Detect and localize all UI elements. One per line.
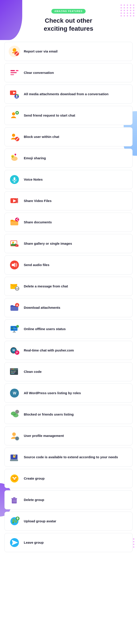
svg-rect-136 — [10, 478, 12, 479]
svg-point-142 — [14, 478, 15, 480]
svg-point-123 — [17, 438, 18, 439]
svg-point-141 — [15, 477, 16, 478]
svg-rect-99 — [11, 371, 13, 371]
page-title: Check out other exciting features — [13, 17, 124, 33]
svg-text:W: W — [12, 349, 15, 352]
feature-text-emoji: Emoji sharing — [24, 156, 46, 160]
svg-rect-43 — [17, 200, 18, 201]
svg-text:W: W — [13, 391, 16, 395]
friend-icon — [9, 110, 20, 121]
badge: AMAZING FEATURES — [52, 9, 86, 14]
block-icon — [9, 131, 20, 142]
report-icon — [9, 46, 20, 57]
svg-point-18 — [9, 110, 20, 121]
svg-rect-35 — [14, 177, 15, 180]
svg-point-24 — [12, 134, 15, 137]
voice-icon — [9, 174, 20, 185]
svg-point-98 — [14, 368, 15, 370]
feature-online-status: Online offline users status — [4, 320, 132, 338]
feature-text-documents: Share documents — [24, 220, 52, 224]
feature-text-block: Block user within chat — [24, 134, 59, 139]
wordpress-icon: W — [9, 387, 20, 399]
clear-icon — [9, 67, 20, 78]
feature-report-user: Report user via email — [4, 42, 132, 61]
code-icon — [9, 366, 20, 378]
svg-point-153 — [15, 520, 17, 523]
svg-rect-100 — [13, 371, 16, 371]
svg-point-86 — [16, 325, 19, 328]
online-icon — [9, 323, 20, 335]
avatar-icon — [9, 516, 20, 527]
feature-clear-conversation: Clear conversation — [4, 63, 132, 82]
feature-delete-group: Delete group — [4, 490, 132, 510]
svg-rect-22 — [17, 112, 18, 114]
emoji-icon — [9, 152, 20, 164]
svg-point-154 — [12, 522, 14, 524]
feature-text-source: Source code is available to extend accor… — [24, 455, 118, 459]
svg-text:P: P — [16, 351, 18, 354]
svg-point-31 — [12, 156, 12, 156]
svg-rect-84 — [14, 331, 15, 332]
svg-rect-81 — [14, 327, 14, 330]
feature-block-user: Block user within chat — [4, 127, 132, 146]
svg-point-96 — [11, 368, 12, 370]
features-list: Report user via email Clear conversation — [0, 40, 137, 561]
gallery-icon: + — [9, 238, 20, 249]
page-wrapper: AMAZING FEATURES Check out other excitin… — [0, 0, 137, 561]
document-icon — [9, 216, 20, 228]
feature-text-upload-avatar: Upload group avatar — [24, 519, 56, 524]
video-icon — [9, 195, 20, 207]
feature-blocked-friends: Blocked or friends users listing — [4, 405, 132, 424]
svg-rect-137 — [17, 478, 18, 479]
svg-rect-44 — [17, 202, 18, 203]
media-icon: 2 — [9, 88, 20, 100]
svg-rect-102 — [13, 372, 15, 372]
feature-media-download: 2 All media attachments download from a … — [4, 84, 132, 104]
feature-text-realtime: Real-time chat with pusher.com — [24, 348, 74, 352]
svg-rect-134 — [14, 474, 15, 476]
feature-create-group: Create group — [4, 469, 132, 488]
audio-icon — [9, 259, 20, 271]
svg-point-120 — [12, 432, 16, 436]
svg-point-23 — [9, 131, 20, 142]
svg-rect-9 — [10, 74, 14, 75]
svg-point-2 — [13, 48, 16, 52]
svg-rect-115 — [17, 410, 18, 411]
feature-text-online: Online offline users status — [24, 326, 66, 331]
svg-rect-135 — [14, 481, 15, 482]
source-icon — [9, 451, 20, 463]
feature-text-leave: Leave group — [24, 540, 44, 545]
header: AMAZING FEATURES Check out other excitin… — [0, 0, 137, 40]
svg-point-80 — [12, 328, 13, 329]
svg-rect-7 — [10, 70, 15, 71]
feature-text-delete-group: Delete group — [24, 498, 44, 502]
feature-text-clear: Clear conversation — [24, 70, 54, 75]
feature-emoji: Emoji sharing — [4, 148, 132, 168]
feature-text-wordpress: All WordPress users listing by roles — [24, 391, 81, 395]
feature-documents: Share documents — [4, 213, 132, 232]
svg-point-129 — [14, 456, 15, 457]
profile-icon — [9, 430, 20, 442]
feature-profile: User profile management — [4, 426, 132, 445]
feature-text-blocked: Blocked or friends users listing — [24, 412, 74, 417]
svg-point-19 — [12, 112, 15, 116]
svg-rect-69 — [16, 287, 18, 288]
feature-clean-code: Clean code — [4, 362, 132, 381]
feature-text-friend: Send friend request to start chat — [24, 113, 75, 118]
feature-leave-group: Leave group — [4, 533, 132, 552]
feature-text-code: Clean code — [24, 369, 42, 374]
blocked-icon — [9, 409, 20, 420]
svg-rect-117 — [16, 411, 16, 412]
pusher-icon: W P — [9, 344, 20, 356]
svg-rect-116 — [17, 413, 18, 413]
delete-msg-icon — [9, 280, 20, 292]
feature-text-delete-msg: Delete a message from chat — [24, 284, 68, 288]
feature-text-media: All media attachments download from a co… — [24, 92, 108, 96]
feature-text-create-group: Create group — [24, 476, 44, 481]
svg-point-46 — [15, 218, 19, 222]
svg-rect-10 — [16, 70, 18, 71]
delete-group-icon — [9, 494, 20, 506]
svg-point-97 — [13, 368, 14, 370]
feature-text-video: Share Video Files — [24, 198, 52, 203]
feature-delete-message: Delete a message from chat — [4, 277, 132, 296]
